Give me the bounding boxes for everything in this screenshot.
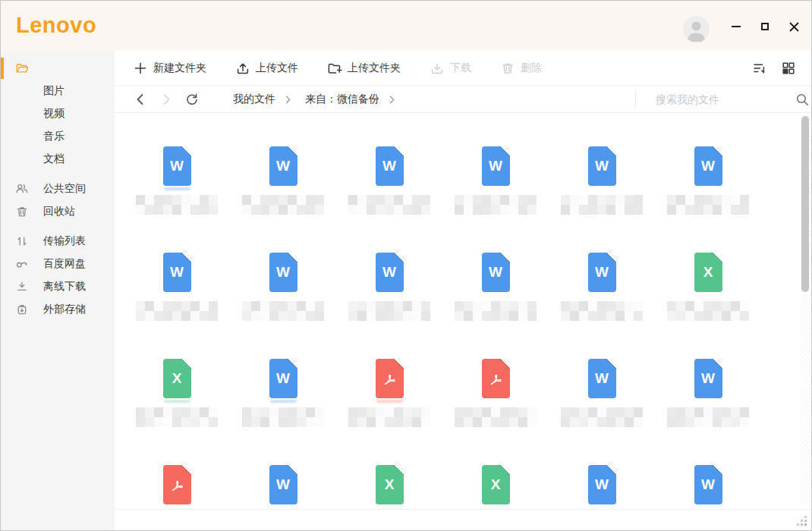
download-button: 下载 xyxy=(430,61,471,76)
chevron-right-icon xyxy=(283,94,293,104)
new-folder-button[interactable]: 新建文件夹 xyxy=(133,61,206,76)
file-item[interactable]: X xyxy=(336,465,442,509)
breadcrumb-item[interactable]: 我的文件 xyxy=(233,93,275,106)
sidebar-item-documents[interactable]: 文档 xyxy=(1,148,115,171)
sidebar-item-recycle-bin[interactable]: 回收站 xyxy=(1,200,115,223)
file-item[interactable]: W xyxy=(336,146,442,253)
file-list-area: WWWWWWWWWWWXXWWWWXXWW xyxy=(115,113,812,509)
file-grid: WWWWWWWWWWWXXWWWWXXWW xyxy=(115,113,812,509)
back-button[interactable] xyxy=(133,92,148,107)
search-box xyxy=(635,90,811,108)
file-item[interactable]: X xyxy=(124,359,230,465)
file-name-redacted xyxy=(348,195,430,215)
word-file-icon: W xyxy=(376,253,404,292)
user-avatar[interactable] xyxy=(683,16,710,42)
file-item[interactable]: W xyxy=(549,253,655,359)
file-name-redacted xyxy=(348,407,430,427)
sidebar-item-public-space[interactable]: 公共空间 xyxy=(1,178,115,200)
grid-view-icon[interactable] xyxy=(781,61,796,76)
forward-button[interactable] xyxy=(159,92,174,107)
sidebar-item-label: 公共空间 xyxy=(43,182,86,196)
close-icon[interactable] xyxy=(788,21,799,32)
file-item[interactable]: W xyxy=(230,146,336,253)
file-item[interactable]: X xyxy=(442,465,549,509)
sidebar-item-pictures[interactable]: 图片 xyxy=(1,80,115,102)
upload-icon xyxy=(235,61,250,76)
lenovo-logo: Lenovo xyxy=(16,13,96,38)
word-file-icon: W xyxy=(694,146,722,186)
sidebar-item-external-storage[interactable]: 外部存储 xyxy=(1,298,115,321)
file-item[interactable]: X xyxy=(655,253,761,359)
word-file-icon: W xyxy=(482,253,510,292)
file-name-redacted xyxy=(455,195,537,215)
file-item[interactable]: W xyxy=(442,146,549,253)
sidebar-item-offline-download[interactable]: 离线下载 xyxy=(1,275,115,298)
word-file-icon: W xyxy=(588,146,616,186)
status-bar xyxy=(115,509,811,530)
window-controls xyxy=(731,21,799,32)
file-item[interactable]: W xyxy=(655,465,761,509)
pdf-file-icon xyxy=(482,359,510,398)
word-file-icon: W xyxy=(482,146,510,186)
search-icon[interactable] xyxy=(795,92,810,107)
file-item[interactable]: W xyxy=(230,359,336,465)
breadcrumb-item[interactable]: 来自：微信备份 xyxy=(305,93,379,106)
file-type-letter: W xyxy=(269,370,297,387)
resize-grip-icon[interactable] xyxy=(797,516,807,526)
file-item[interactable]: W xyxy=(442,253,549,359)
app-window: Lenovo 我的文件图片视频音乐文档公共空间回收站传输列表百度网盘离线下载外部… xyxy=(0,0,812,531)
search-input[interactable] xyxy=(654,93,795,106)
toolbar: 新建文件夹上传文件上传文件夹下载删除 xyxy=(115,51,811,86)
sidebar-item-my-files[interactable]: 我的文件 xyxy=(1,57,115,80)
file-type-letter: W xyxy=(163,158,191,174)
breadcrumb: 我的文件来自：微信备份 xyxy=(233,93,401,106)
maximize-icon[interactable] xyxy=(760,21,770,32)
file-item[interactable]: W xyxy=(655,146,761,253)
file-item[interactable]: W xyxy=(124,253,230,359)
file-name-redacted xyxy=(561,301,643,321)
file-name-redacted xyxy=(455,407,537,427)
file-type-letter: W xyxy=(269,264,297,281)
download-line-icon xyxy=(15,280,29,294)
word-file-icon: W xyxy=(269,359,297,398)
minimize-icon[interactable] xyxy=(731,21,741,32)
sidebar-item-baidu-netdisk[interactable]: 百度网盘 xyxy=(1,253,115,275)
file-type-letter: X xyxy=(482,476,510,493)
file-item[interactable] xyxy=(124,465,230,509)
upload-file-button[interactable]: 上传文件 xyxy=(235,61,298,76)
word-file-icon: W xyxy=(163,146,191,186)
file-name-redacted xyxy=(242,195,324,215)
sidebar-item-music[interactable]: 音乐 xyxy=(1,125,115,148)
word-file-icon: W xyxy=(588,359,616,398)
view-toggles xyxy=(752,51,796,85)
sort-icon[interactable] xyxy=(752,61,767,76)
word-file-icon: W xyxy=(269,253,297,292)
file-item[interactable]: W xyxy=(549,146,655,253)
pdf-logo-glyph xyxy=(487,372,505,392)
sidebar-item-label: 百度网盘 xyxy=(43,257,86,271)
file-type-letter: W xyxy=(588,370,616,387)
sidebar-item-label: 离线下载 xyxy=(43,280,86,294)
scrollbar-thumb[interactable] xyxy=(801,116,809,292)
file-item[interactable]: W xyxy=(230,465,336,509)
file-item[interactable]: W xyxy=(230,253,336,359)
trash-icon xyxy=(15,205,29,218)
file-item[interactable]: W xyxy=(336,253,442,359)
sidebar-item-videos[interactable]: 视频 xyxy=(1,102,115,125)
upload-folder-button[interactable]: 上传文件夹 xyxy=(327,61,401,76)
file-type-letter: W xyxy=(694,476,722,493)
refresh-icon[interactable] xyxy=(184,92,200,107)
file-name-redacted xyxy=(667,301,749,321)
file-item[interactable]: W xyxy=(655,359,761,465)
file-item[interactable] xyxy=(442,359,549,465)
sidebar-item-label: 音乐 xyxy=(43,130,65,143)
file-item[interactable] xyxy=(336,359,442,465)
file-type-letter: W xyxy=(588,158,616,174)
word-file-icon: W xyxy=(269,146,297,186)
download-tray-icon xyxy=(430,61,445,76)
file-item[interactable]: W xyxy=(124,146,230,253)
sidebar-item-transfer-list[interactable]: 传输列表 xyxy=(1,230,115,253)
file-item[interactable]: W xyxy=(549,359,655,465)
excel-file-icon: X xyxy=(694,253,722,292)
file-item[interactable]: W xyxy=(549,465,655,509)
